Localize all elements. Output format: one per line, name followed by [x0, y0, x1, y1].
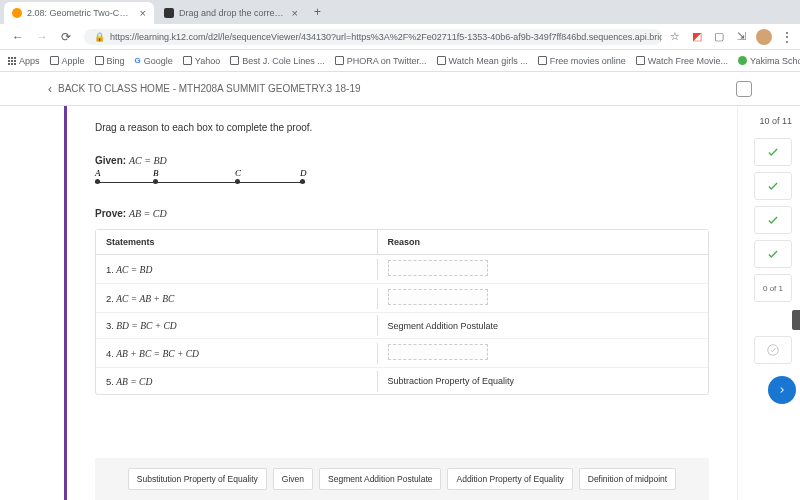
bookmark-bar: Apps Apple Bing GGoogle Yahoo Best J. Co…: [0, 50, 800, 72]
reason-cell: Segment Addition Postulate: [378, 316, 708, 336]
address-bar-right: ☆ ◩ ▢ ⇲ ⋮: [668, 29, 794, 45]
question-indicator-done[interactable]: [754, 240, 792, 268]
favicon-icon: [164, 8, 174, 18]
page-icon: [538, 56, 547, 65]
browser-chrome: 2.08: Geometric Two-Column × Drag and dr…: [0, 0, 800, 72]
forward-icon[interactable]: →: [35, 30, 49, 44]
browser-tab-inactive[interactable]: Drag and drop the correct ans ×: [156, 2, 306, 24]
answer-chip[interactable]: Definition of midpoint: [579, 468, 676, 490]
answer-chip[interactable]: Addition Property of Equality: [447, 468, 572, 490]
header-square-icon[interactable]: [736, 81, 752, 97]
extension-icon[interactable]: ⇲: [734, 30, 748, 44]
number-line-diagram: A B C D: [95, 172, 305, 190]
bookmark-bing[interactable]: Bing: [95, 56, 125, 66]
check-icon: [766, 145, 780, 159]
reason-cell: [378, 255, 708, 283]
main-panel: Drag a reason to each box to complete th…: [67, 106, 738, 500]
apps-button[interactable]: Apps: [8, 56, 40, 66]
bookmark-jcole[interactable]: Best J. Cole Lines ...: [230, 56, 325, 66]
next-button[interactable]: [768, 376, 796, 404]
table-row: 3. BD = BC + CD Segment Addition Postula…: [96, 313, 708, 339]
question-list: 0 of 1: [746, 138, 792, 404]
content-area: Drag a reason to each box to complete th…: [0, 106, 738, 500]
proof-table: Statements Reason 1. AC = BD 2. AC = AB …: [95, 229, 709, 395]
col-reason: Reason: [378, 230, 708, 254]
drop-zone[interactable]: [388, 289, 488, 305]
bookmark-freemovies[interactable]: Free movies online: [538, 56, 626, 66]
extension-icon[interactable]: ◩: [690, 30, 704, 44]
bookmark-yakima[interactable]: Yakima School Dis...: [738, 56, 800, 66]
reason-cell: [378, 284, 708, 312]
svg-point-0: [768, 345, 779, 356]
page-icon: [230, 56, 239, 65]
lock-icon: 🔒: [94, 32, 105, 42]
col-statements: Statements: [96, 230, 378, 254]
table-row: 4. AB + BC = BC + CD: [96, 339, 708, 368]
table-row: 2. AC = AB + BC: [96, 284, 708, 313]
instruction-text: Drag a reason to each box to complete th…: [95, 122, 709, 133]
tab-close-icon[interactable]: ×: [292, 7, 298, 19]
url-text: https://learning.k12.com/d2l/le/sequence…: [110, 32, 662, 42]
drop-zone[interactable]: [388, 260, 488, 276]
url-input[interactable]: 🔒 https://learning.k12.com/d2l/le/sequen…: [84, 29, 662, 45]
reload-icon[interactable]: ⟳: [59, 30, 73, 44]
address-bar: ← → ⟳ 🔒 https://learning.k12.com/d2l/le/…: [0, 24, 800, 50]
star-icon[interactable]: ☆: [668, 30, 682, 44]
answer-chip[interactable]: Segment Addition Postulate: [319, 468, 441, 490]
drop-zone[interactable]: [388, 344, 488, 360]
statement-cell: 3. BD = BC + CD: [96, 315, 378, 336]
page-icon: [738, 56, 747, 65]
statement-cell: 5. AB = CD: [96, 371, 378, 392]
check-circle-icon: [766, 343, 780, 357]
table-header: Statements Reason: [96, 230, 708, 255]
page-icon: [95, 56, 104, 65]
back-icon[interactable]: ←: [11, 30, 25, 44]
profile-avatar[interactable]: [756, 29, 772, 45]
bookmark-yahoo[interactable]: Yahoo: [183, 56, 220, 66]
extension-icon[interactable]: ▢: [712, 30, 726, 44]
chevron-right-icon: [777, 385, 787, 395]
answer-chip[interactable]: Substitution Property of Equality: [128, 468, 267, 490]
check-icon: [766, 247, 780, 261]
question-indicator-done[interactable]: [754, 138, 792, 166]
progress-counter: 10 of 11: [746, 116, 792, 126]
google-icon: G: [135, 56, 141, 65]
statement-cell: 1. AC = BD: [96, 259, 378, 280]
bookmark-google[interactable]: GGoogle: [135, 56, 173, 66]
table-row: 1. AC = BD: [96, 255, 708, 284]
tab-title: 2.08: Geometric Two-Column: [27, 8, 132, 18]
statement-cell: 2. AC = AB + BC: [96, 288, 378, 309]
reason-cell: Subtraction Property of Equality: [378, 371, 708, 391]
browser-tab-active[interactable]: 2.08: Geometric Two-Column ×: [4, 2, 154, 24]
page-icon: [335, 56, 344, 65]
table-row: 5. AB = CD Subtraction Property of Equal…: [96, 368, 708, 394]
menu-icon[interactable]: ⋮: [780, 29, 794, 45]
favicon-icon: [12, 8, 22, 18]
bookmark-watchfree[interactable]: Watch Free Movie...: [636, 56, 728, 66]
page-icon: [636, 56, 645, 65]
back-to-class-link[interactable]: ‹ BACK TO CLASS HOME - MTH208A SUMMIT GE…: [48, 82, 361, 96]
bookmark-apple[interactable]: Apple: [50, 56, 85, 66]
tab-close-icon[interactable]: ×: [140, 7, 146, 19]
reason-cell: [378, 339, 708, 367]
bookmark-phora[interactable]: PHORA on Twitter...: [335, 56, 427, 66]
question-indicator-done[interactable]: [754, 206, 792, 234]
back-label: BACK TO CLASS HOME - MTH208A SUMMIT GEOM…: [58, 83, 361, 94]
apps-grid-icon: [8, 57, 16, 65]
tab-title: Drag and drop the correct ans: [179, 8, 284, 18]
bookmark-meangirls[interactable]: Watch Mean girls ...: [437, 56, 528, 66]
question-indicator-done[interactable]: [754, 172, 792, 200]
new-tab-button[interactable]: +: [308, 3, 327, 21]
prove-statement: Prove: AB = CD: [95, 208, 709, 219]
tab-strip: 2.08: Geometric Two-Column × Drag and dr…: [0, 0, 800, 24]
check-icon: [766, 179, 780, 193]
answer-chip[interactable]: Given: [273, 468, 313, 490]
question-indicator-pending[interactable]: [754, 336, 792, 364]
question-indicator-score[interactable]: 0 of 1: [754, 274, 792, 302]
page-content: ‹ BACK TO CLASS HOME - MTH208A SUMMIT GE…: [0, 72, 800, 500]
course-header: ‹ BACK TO CLASS HOME - MTH208A SUMMIT GE…: [0, 72, 800, 106]
current-indicator: [792, 310, 800, 330]
progress-rail: 10 of 11 0 of 1: [738, 106, 800, 500]
page-icon: [437, 56, 446, 65]
statement-cell: 4. AB + BC = BC + CD: [96, 343, 378, 364]
